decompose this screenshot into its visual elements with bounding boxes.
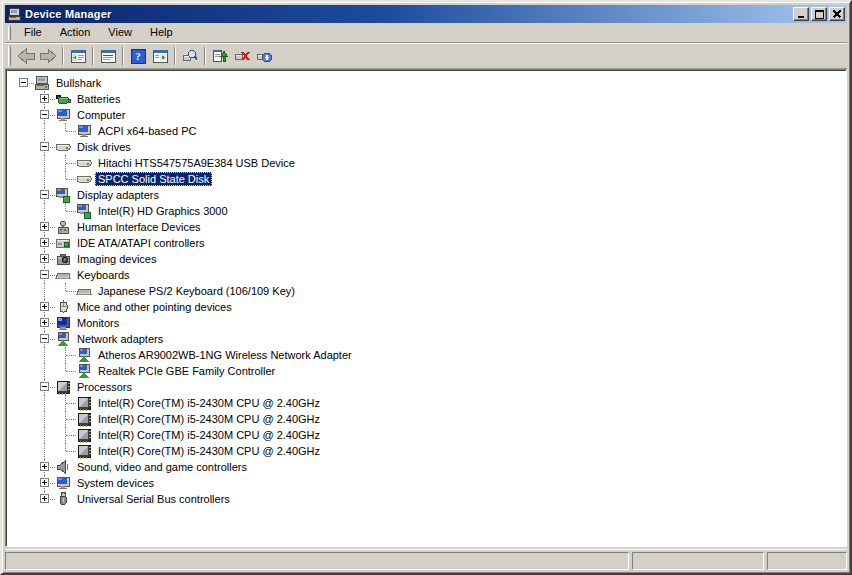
collapse-box-icon[interactable] bbox=[40, 270, 49, 279]
expand-box-icon[interactable] bbox=[40, 318, 49, 327]
expand-box-icon[interactable] bbox=[40, 94, 49, 103]
tree-item-japanese-ps-2-keyboard-106-109-key[interactable]: Japanese PS/2 Keyboard (106/109 Key) bbox=[13, 283, 844, 299]
tree-item-ide-ata-atapi-controllers[interactable]: IDE ATA/ATAPI controllers bbox=[13, 235, 844, 251]
tree-item-mice-and-other-pointing-devices[interactable]: Mice and other pointing devices bbox=[13, 299, 844, 315]
tree-item-label[interactable]: Monitors bbox=[74, 316, 122, 330]
expand-toggle[interactable] bbox=[34, 475, 55, 491]
expand-toggle[interactable] bbox=[34, 235, 55, 251]
uninstall-button[interactable] bbox=[231, 45, 253, 67]
tree-item-atheros-ar9002wb-1ng-wireless-network-adap[interactable]: Atheros AR9002WB-1NG Wireless Network Ad… bbox=[13, 347, 844, 363]
expand-toggle[interactable] bbox=[34, 315, 55, 331]
expand-toggle[interactable] bbox=[34, 219, 55, 235]
tree-item-label[interactable]: SPCC Solid State Disk bbox=[95, 172, 212, 186]
menu-item-view[interactable]: View bbox=[99, 24, 141, 41]
tree-item-label[interactable]: Intel(R) HD Graphics 3000 bbox=[95, 204, 231, 218]
maximize-button[interactable] bbox=[811, 7, 827, 21]
expand-toggle[interactable] bbox=[34, 267, 55, 283]
expand-toggle[interactable] bbox=[34, 139, 55, 155]
tree-item-sound-video-and-game-controllers[interactable]: Sound, video and game controllers bbox=[13, 459, 844, 475]
expand-toggle[interactable] bbox=[34, 107, 55, 123]
tree-item-acpi-x64-based-pc[interactable]: ACPI x64-based PC bbox=[13, 123, 844, 139]
tree-item-label[interactable]: Mice and other pointing devices bbox=[74, 300, 235, 314]
tree-item-label[interactable]: Processors bbox=[74, 380, 135, 394]
tree-item-label[interactable]: Japanese PS/2 Keyboard (106/109 Key) bbox=[95, 284, 298, 298]
tree-item-disk-drives[interactable]: Disk drives bbox=[13, 139, 844, 155]
expand-toggle[interactable] bbox=[13, 75, 34, 91]
tree-item-monitors[interactable]: Monitors bbox=[13, 315, 844, 331]
collapse-box-icon[interactable] bbox=[40, 110, 49, 119]
collapse-box-icon[interactable] bbox=[40, 382, 49, 391]
collapse-box-icon[interactable] bbox=[40, 142, 49, 151]
expand-box-icon[interactable] bbox=[40, 238, 49, 247]
tree-item-label[interactable]: Bullshark bbox=[53, 76, 104, 90]
expand-box-icon[interactable] bbox=[40, 254, 49, 263]
tree-item-label[interactable]: Hitachi HTS547575A9E384 USB Device bbox=[95, 156, 298, 170]
tree-item-batteries[interactable]: Batteries bbox=[13, 91, 844, 107]
collapse-box-icon[interactable] bbox=[40, 334, 49, 343]
minimize-button[interactable] bbox=[793, 7, 809, 21]
tree-item-spcc-solid-state-disk[interactable]: SPCC Solid State Disk bbox=[13, 171, 844, 187]
tree-item-system-devices[interactable]: System devices bbox=[13, 475, 844, 491]
close-button[interactable] bbox=[829, 7, 845, 21]
tree-item-imaging-devices[interactable]: Imaging devices bbox=[13, 251, 844, 267]
tree-item-label[interactable]: Intel(R) Core(TM) i5-2430M CPU @ 2.40GHz bbox=[95, 396, 323, 410]
tree-item-intel-r-hd-graphics-3000[interactable]: Intel(R) HD Graphics 3000 bbox=[13, 203, 844, 219]
tree-item-label[interactable]: Display adapters bbox=[74, 188, 162, 202]
tree-item-label[interactable]: Intel(R) Core(TM) i5-2430M CPU @ 2.40GHz bbox=[95, 444, 323, 458]
tree-item-label[interactable]: Batteries bbox=[74, 92, 123, 106]
tree-item-label[interactable]: Imaging devices bbox=[74, 252, 160, 266]
menu-item-file[interactable]: File bbox=[15, 24, 51, 41]
tree-item-universal-serial-bus-controllers[interactable]: Universal Serial Bus controllers bbox=[13, 491, 844, 507]
expand-toggle[interactable] bbox=[34, 459, 55, 475]
tree-item-label[interactable]: Universal Serial Bus controllers bbox=[74, 492, 233, 506]
tree-item-label[interactable]: Realtek PCIe GBE Family Controller bbox=[95, 364, 278, 378]
tree-item-label[interactable]: Disk drives bbox=[74, 140, 134, 154]
help-button[interactable]: ? bbox=[127, 45, 149, 67]
tree-item-label[interactable]: System devices bbox=[74, 476, 157, 490]
tree-item-label[interactable]: Computer bbox=[74, 108, 128, 122]
tree-item-label[interactable]: Intel(R) Core(TM) i5-2430M CPU @ 2.40GHz bbox=[95, 412, 323, 426]
tree-item-intel-r-core-tm-i5-2430m-cpu-2-40ghz[interactable]: Intel(R) Core(TM) i5-2430M CPU @ 2.40GHz bbox=[13, 395, 844, 411]
scan-hardware-changes-button[interactable] bbox=[179, 45, 201, 67]
tree-item-label[interactable]: IDE ATA/ATAPI controllers bbox=[74, 236, 208, 250]
tree-item-hitachi-hts547575a9e384-usb-device[interactable]: Hitachi HTS547575A9E384 USB Device bbox=[13, 155, 844, 171]
update-driver-button[interactable] bbox=[209, 45, 231, 67]
expand-toggle[interactable] bbox=[34, 187, 55, 203]
expand-toggle[interactable] bbox=[34, 491, 55, 507]
expand-box-icon[interactable] bbox=[40, 222, 49, 231]
tree-item-computer[interactable]: Computer bbox=[13, 107, 844, 123]
expand-toggle[interactable] bbox=[34, 379, 55, 395]
tree-item-label[interactable]: Keyboards bbox=[74, 268, 133, 282]
forward-button[interactable] bbox=[37, 45, 59, 67]
show-console-tree-button[interactable] bbox=[67, 45, 89, 67]
expand-box-icon[interactable] bbox=[40, 302, 49, 311]
tree-item-human-interface-devices[interactable]: Human Interface Devices bbox=[13, 219, 844, 235]
expand-toggle[interactable] bbox=[34, 251, 55, 267]
tree-item-label[interactable]: Sound, video and game controllers bbox=[74, 460, 250, 474]
tree-item-intel-r-core-tm-i5-2430m-cpu-2-40ghz[interactable]: Intel(R) Core(TM) i5-2430M CPU @ 2.40GHz bbox=[13, 411, 844, 427]
expand-box-icon[interactable] bbox=[40, 478, 49, 487]
expand-box-icon[interactable] bbox=[40, 462, 49, 471]
properties-button[interactable] bbox=[97, 45, 119, 67]
tree-item-label[interactable]: Atheros AR9002WB-1NG Wireless Network Ad… bbox=[95, 348, 355, 362]
tree-item-bullshark[interactable]: Bullshark bbox=[13, 75, 844, 91]
tree-item-label[interactable]: Human Interface Devices bbox=[74, 220, 204, 234]
show-action-pane-button[interactable] bbox=[149, 45, 171, 67]
menubar-gripper-handle[interactable] bbox=[8, 26, 11, 40]
tree-item-processors[interactable]: Processors bbox=[13, 379, 844, 395]
tree-item-keyboards[interactable]: Keyboards bbox=[13, 267, 844, 283]
tree-item-label[interactable]: Intel(R) Core(TM) i5-2430M CPU @ 2.40GHz bbox=[95, 428, 323, 442]
tree-item-display-adapters[interactable]: Display adapters bbox=[13, 187, 844, 203]
expand-toggle[interactable] bbox=[34, 331, 55, 347]
tree-item-network-adapters[interactable]: Network adapters bbox=[13, 331, 844, 347]
collapse-box-icon[interactable] bbox=[40, 190, 49, 199]
toolbar-gripper-handle[interactable] bbox=[8, 46, 11, 66]
menu-item-help[interactable]: Help bbox=[141, 24, 182, 41]
disable-button[interactable] bbox=[253, 45, 275, 67]
tree-item-realtek-pcie-gbe-family-controller[interactable]: Realtek PCIe GBE Family Controller bbox=[13, 363, 844, 379]
tree-item-intel-r-core-tm-i5-2430m-cpu-2-40ghz[interactable]: Intel(R) Core(TM) i5-2430M CPU @ 2.40GHz bbox=[13, 427, 844, 443]
tree-item-label[interactable]: ACPI x64-based PC bbox=[95, 124, 199, 138]
tree-item-label[interactable]: Network adapters bbox=[74, 332, 166, 346]
back-button[interactable] bbox=[15, 45, 37, 67]
menu-item-action[interactable]: Action bbox=[51, 24, 100, 41]
